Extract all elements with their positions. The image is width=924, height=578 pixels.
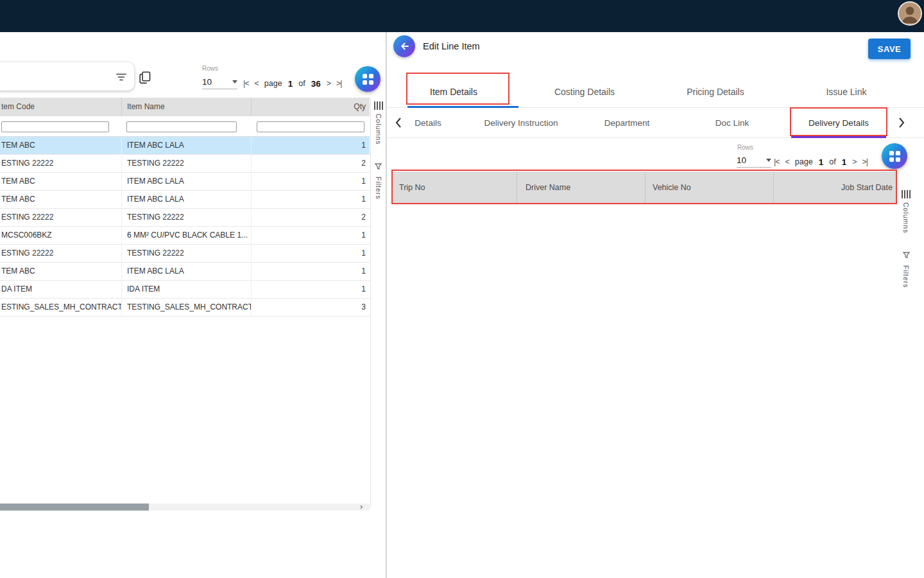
cell-item-code: ESTING 22222 [0,245,122,262]
table-row[interactable]: TEM ABC ITEM ABC LALA 1 [0,191,370,209]
main-tabs-row: Item Details Costing Details Pricing Det… [388,76,924,108]
cell-item-code: ESTING 22222 [0,209,122,226]
tab-costing-details[interactable]: Costing Details [519,76,650,108]
items-table-body: TEM ABC ITEM ABC LALA 1 ESTING 22222 TES… [0,137,370,317]
page-title: Edit Line Item [423,41,480,51]
subtab-delivery-details[interactable]: Delivery Details [809,108,869,138]
rows-per-page-value: 10 [202,77,212,87]
left-side-tools-strip: Columns Filters [370,98,386,507]
subtab-doc-link[interactable]: Doc Link [715,108,749,138]
subtab-details[interactable]: Details [415,108,441,138]
cell-qty: 1 [252,173,370,190]
filter-list-icon[interactable] [116,72,126,83]
column-header-item-name[interactable]: Item Name [122,98,252,116]
table-row[interactable]: ESTING 22222 TESTING 22222 2 [0,209,370,227]
table-row[interactable]: ESTING_SALES_MH_CONTRACT TESTING_SALES_M… [0,299,370,317]
column-header-vehicle-no[interactable]: Vehicle No [645,171,773,204]
items-table-header: tem Code Item Name Qty [0,98,370,116]
search-card [0,62,134,91]
cell-item-name: TESTING 22222 [122,209,252,226]
table-row[interactable]: ESTING 22222 TESTING 22222 1 [0,245,370,263]
total-pages-number: 1 [842,157,847,167]
delivery-details-table-header: Trip No Driver Name Vehicle No Job Start… [393,171,896,204]
cell-item-code: TEM ABC [0,191,122,208]
back-button[interactable] [393,35,415,57]
grid-view-button[interactable] [355,66,381,92]
cell-item-code: TEM ABC [0,173,122,190]
column-header-qty[interactable]: Qty [252,98,370,116]
table-row[interactable]: DA ITEM IDA ITEM 1 [0,281,370,299]
filters-funnel-icon[interactable] [903,250,910,261]
columns-toggle[interactable]: Columns [902,202,910,233]
table-row[interactable]: TEM ABC ITEM ABC LALA 1 [0,263,370,281]
column-header-trip-no[interactable]: Trip No [393,171,517,204]
rows-per-page-dropdown[interactable]: 10 [202,75,237,89]
filter-input-item-code[interactable] [1,121,109,132]
column-header-driver-name[interactable]: Driver Name [517,171,645,204]
grid-view-button[interactable] [882,143,907,169]
table-row[interactable]: ESTING 22222 TESTING 22222 2 [0,155,370,173]
cell-item-code: TEM ABC [0,137,122,154]
subtab-department[interactable]: Department [604,108,650,138]
of-word: of [298,79,305,88]
tab-issue-link[interactable]: Issue Link [781,76,912,108]
column-header-item-code[interactable]: tem Code [0,98,122,116]
cell-item-name: 6 MM² CU/PVC BLACK CABLE 1... [122,227,252,244]
first-page-button[interactable]: |< [774,157,780,166]
first-page-button[interactable]: |< [243,79,249,88]
subtabs-scroll-right-button[interactable] [899,118,905,130]
tab-item-details[interactable]: Item Details [388,76,519,108]
cell-item-name: IDA ITEM [122,281,252,298]
columns-grip-icon[interactable] [902,190,911,198]
next-page-button[interactable]: > [852,157,856,166]
filter-input-item-name[interactable] [126,121,237,132]
prev-page-button[interactable]: < [255,79,259,88]
rows-per-page-dropdown[interactable]: 10 [737,153,771,168]
columns-toggle[interactable]: Columns [375,114,382,144]
save-button[interactable]: SAVE [868,39,911,59]
items-table-filter-row [0,116,370,137]
current-page-number: 1 [819,157,824,167]
tab-pricing-details[interactable]: Pricing Details [650,76,781,108]
grid-apps-icon [889,151,900,162]
horizontal-scrollbar [0,504,370,511]
page-word: page [795,157,813,166]
last-page-button[interactable]: >| [862,157,868,166]
filters-toggle[interactable]: Filters [902,265,910,288]
current-page-number: 1 [288,79,293,89]
back-arrow-icon [398,40,410,52]
rows-label: Rows [202,65,218,72]
filters-toggle[interactable]: Filters [375,177,382,200]
column-header-job-start-date[interactable]: Job Start Date [773,171,896,204]
next-page-button[interactable]: > [327,79,330,88]
subtabs-scroll-left-button[interactable] [395,118,401,130]
cell-item-code: ESTING 22222 [0,155,122,172]
cell-item-name: TESTING 22222 [122,245,252,262]
left-pagination: |< < page 1 of 36 > >| [243,74,342,92]
prev-page-button[interactable]: < [785,157,789,166]
table-row[interactable]: TEM ABC ITEM ABC LALA 1 [0,137,370,155]
cell-item-code: DA ITEM [0,281,122,298]
grid-apps-icon [363,74,373,85]
search-input[interactable] [3,67,105,85]
filters-funnel-icon[interactable] [375,161,382,173]
scroll-right-arrow-icon[interactable]: › [360,502,363,511]
right-pagination: |< < page 1 of 1 > >| [774,153,868,171]
cell-qty: 1 [252,227,370,244]
user-avatar[interactable] [898,1,922,26]
cell-qty: 1 [252,263,370,280]
cell-qty: 1 [252,245,370,262]
filter-input-qty[interactable] [257,121,364,132]
rows-label: Rows [737,144,753,151]
cell-item-name: TESTING 22222 [122,155,252,172]
subtab-delivery-instruction[interactable]: Delivery Instruction [484,108,558,138]
horizontal-scrollbar-thumb[interactable] [0,504,149,511]
last-page-button[interactable]: >| [336,79,342,88]
duplicate-view-icon[interactable] [139,71,151,87]
sub-tabs-row: Details Delivery Instruction Department … [388,108,924,138]
table-row[interactable]: TEM ABC ITEM ABC LALA 1 [0,173,370,191]
table-row[interactable]: MCSC006BKZ 6 MM² CU/PVC BLACK CABLE 1...… [0,227,370,245]
page-word: page [264,79,282,88]
columns-grip-icon[interactable] [374,101,383,110]
active-subtab-underline [791,136,886,138]
